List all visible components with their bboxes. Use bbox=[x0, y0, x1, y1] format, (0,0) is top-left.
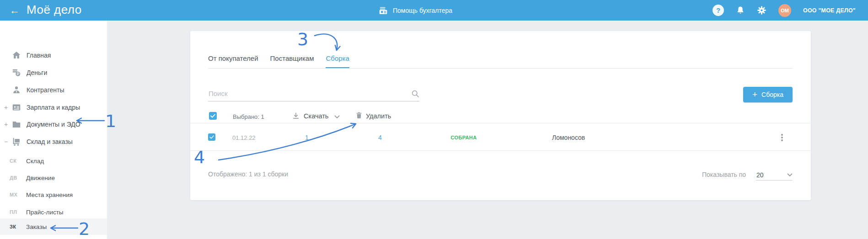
back-icon[interactable]: ← bbox=[10, 5, 20, 16]
add-assembly-label: Сборка bbox=[761, 91, 783, 98]
delete-button[interactable]: Удалить bbox=[366, 112, 391, 120]
sidebar-nav: Главная Деньги Контрагенты bbox=[0, 21, 107, 239]
search-icon[interactable] bbox=[411, 89, 420, 98]
check-icon bbox=[209, 135, 214, 139]
sidebar-item-label: Склад и заказы bbox=[27, 138, 73, 145]
subitem-label: Места хранения bbox=[26, 191, 73, 198]
company-name[interactable]: ООО "МОЕ ДЕЛО" bbox=[803, 7, 856, 14]
orders-panel: От покупателей Поставщикам Сборка + Сбор… bbox=[190, 31, 811, 200]
money-icon bbox=[11, 68, 21, 78]
subitem-label: Заказы bbox=[26, 223, 47, 230]
tab-assembly[interactable]: Сборка bbox=[326, 55, 349, 69]
select-all-checkbox[interactable] bbox=[209, 112, 217, 120]
search-input[interactable] bbox=[208, 86, 419, 101]
sidebar-subitem-orders[interactable]: ЗК Заказы bbox=[0, 218, 107, 235]
row-date: 01.12.22 bbox=[232, 134, 256, 141]
sidebar-item-documents[interactable]: + Документы и ЭДО bbox=[0, 116, 107, 133]
warehouse-icon bbox=[11, 137, 21, 147]
sidebar-subitem-sklad[interactable]: СК Склад bbox=[0, 152, 107, 170]
app-window: ← Моё дело Помощь бухгалтера ? bbox=[0, 0, 868, 239]
subitem-code: МХ bbox=[10, 192, 23, 197]
documents-icon bbox=[11, 119, 21, 129]
subitem-code: ДВ bbox=[10, 175, 23, 181]
sidebar-subitem-mesta[interactable]: МХ Места хранения bbox=[0, 186, 107, 203]
subitem-label: Прайс-листы bbox=[26, 209, 64, 216]
collapse-minus-icon[interactable]: − bbox=[3, 138, 9, 145]
sidebar-item-label: Главная bbox=[27, 52, 51, 59]
user-avatar[interactable]: ОМ bbox=[778, 4, 791, 17]
subitem-label: Движение bbox=[26, 175, 55, 181]
add-assembly-button[interactable]: + Сборка bbox=[743, 87, 793, 102]
row-warehouse-name: Ломоносов bbox=[552, 134, 585, 141]
tabs-divider bbox=[208, 68, 793, 69]
notifications-bell-icon[interactable] bbox=[736, 5, 745, 15]
per-page-select[interactable]: 20 bbox=[756, 170, 793, 181]
shown-count-label: Отображено: 1 из 1 сборки bbox=[208, 170, 288, 178]
per-page-value: 20 bbox=[756, 171, 764, 179]
sidebar-item-money[interactable]: Деньги bbox=[0, 64, 107, 81]
orders-tabs: От покупателей Поставщикам Сборка bbox=[208, 55, 349, 69]
download-button[interactable]: Скачать bbox=[304, 112, 328, 120]
row-items-count-link[interactable]: 4 bbox=[371, 134, 389, 141]
sidebar-item-warehouse[interactable]: − Склад и заказы bbox=[0, 133, 107, 150]
toolbar-divider bbox=[190, 123, 811, 123]
download-icon[interactable] bbox=[292, 112, 300, 120]
subitem-code: ПЛ bbox=[10, 209, 23, 215]
home-icon bbox=[11, 50, 21, 60]
sidebar-item-label: Зарплата и кадры bbox=[27, 104, 80, 111]
trash-icon[interactable] bbox=[355, 111, 363, 120]
settings-gear-icon[interactable] bbox=[757, 5, 766, 15]
selected-count-label: Выбрано: 1 bbox=[233, 113, 264, 120]
check-icon bbox=[210, 114, 215, 118]
row-menu-kebab-icon[interactable] bbox=[777, 133, 787, 143]
help-icon[interactable]: ? bbox=[713, 5, 724, 16]
expand-plus-icon[interactable]: + bbox=[3, 104, 9, 111]
sidebar-subitem-dvizhenie[interactable]: ДВ Движение bbox=[0, 169, 107, 186]
contractors-icon bbox=[11, 85, 21, 95]
chevron-down-icon[interactable] bbox=[334, 115, 340, 119]
accountant-help-label: Помощь бухгалтера bbox=[393, 7, 452, 14]
app-header: ← Моё дело Помощь бухгалтера ? bbox=[0, 0, 868, 21]
subitem-label: Склад bbox=[26, 158, 44, 165]
header-left: ← Моё дело bbox=[10, 0, 82, 21]
tab-to-suppliers[interactable]: Поставщикам bbox=[270, 55, 314, 69]
money-help-icon bbox=[378, 5, 388, 16]
row-status-badge: СОБРАНА bbox=[441, 135, 487, 140]
sidebar-item-salary[interactable]: + Зарплата и кадры bbox=[0, 99, 107, 116]
row-doc-number-link[interactable]: 1 bbox=[298, 134, 316, 141]
chevron-down-icon bbox=[787, 173, 793, 177]
sidebar-item-label: Контрагенты bbox=[27, 86, 64, 94]
row-checkbox[interactable] bbox=[208, 133, 215, 141]
brand-logo[interactable]: Моё дело bbox=[27, 3, 82, 18]
per-page-label: Показывать по bbox=[702, 171, 746, 178]
sidebar-item-label: Деньги bbox=[27, 69, 47, 76]
accountant-help-button[interactable]: Помощь бухгалтера bbox=[378, 0, 452, 21]
subitem-code: СК bbox=[10, 158, 23, 164]
header-right: ? ОМ ООО "МОЕ ДЕЛО" bbox=[713, 0, 868, 21]
row-divider bbox=[190, 150, 811, 151]
subitem-code: ЗК bbox=[10, 224, 23, 229]
tab-from-buyers[interactable]: От покупателей bbox=[208, 55, 258, 69]
sidebar-filler bbox=[0, 235, 107, 239]
sidebar-item-contractors[interactable]: Контрагенты bbox=[0, 81, 107, 99]
salary-icon bbox=[11, 102, 21, 112]
sidebar-item-main[interactable]: Главная bbox=[0, 47, 107, 64]
plus-icon: + bbox=[752, 90, 757, 100]
expand-plus-icon[interactable]: + bbox=[3, 121, 9, 128]
sidebar-item-label: Документы и ЭДО bbox=[27, 121, 80, 128]
